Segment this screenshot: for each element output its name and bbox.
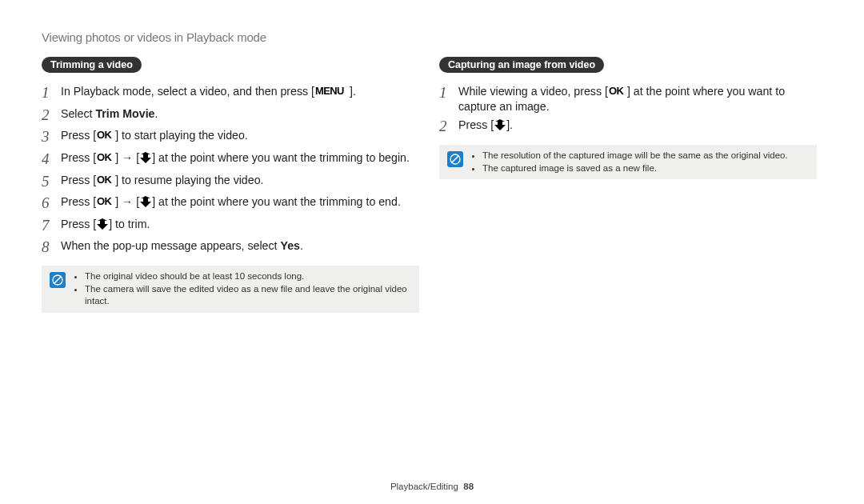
ok-icon	[609, 86, 626, 97]
step-number: 2	[42, 105, 61, 126]
step-number: 2	[439, 116, 458, 137]
step-number: 1	[42, 82, 61, 103]
note-item: The resolution of the captured image wil…	[482, 150, 788, 162]
step-item: 8When the pop-up message appears, select…	[42, 237, 426, 258]
step-item: 1In Playback mode, select a video, and t…	[42, 82, 426, 103]
step-item: 2Select Trim Movie.	[42, 105, 426, 126]
page-footer: Playback/Editing 88	[0, 482, 864, 491]
step-number: 7	[42, 215, 61, 236]
note-item: The captured image is saved as a new fil…	[482, 162, 788, 175]
down-icon	[97, 218, 108, 230]
info-icon	[447, 151, 463, 167]
menu-icon	[315, 86, 349, 97]
steps-trimming: 1In Playback mode, select a video, and t…	[42, 82, 426, 258]
step-text: Press [] to trim.	[61, 215, 150, 232]
page-header: Viewing photos or videos in Playback mod…	[42, 30, 824, 44]
ok-icon	[97, 152, 114, 163]
step-text: Press [] → [] at the point where you wan…	[61, 193, 401, 210]
note-list-trimming: The original video should be at least 10…	[74, 270, 411, 308]
note-item: The original video should be at least 10…	[85, 270, 408, 283]
ok-icon	[97, 130, 114, 141]
step-number: 4	[42, 149, 61, 170]
step-text: Press [] to resume playing the video.	[61, 171, 264, 188]
step-number: 1	[439, 82, 458, 103]
note-item: The camera will save the edited video as…	[85, 283, 408, 308]
right-column: Capturing an image from video 1While vie…	[439, 57, 824, 313]
step-number: 6	[42, 193, 61, 214]
step-item: 2Press [].	[439, 116, 824, 137]
step-item: 3Press [] to start playing the video.	[42, 126, 426, 147]
down-icon	[140, 152, 151, 163]
down-icon	[494, 119, 506, 130]
ok-icon	[97, 196, 114, 207]
ok-icon	[97, 174, 114, 186]
footer-section: Playback/Editing	[390, 482, 458, 491]
footer-page-number: 88	[463, 482, 474, 491]
step-item: 7Press [] to trim.	[42, 215, 426, 236]
note-list-capturing: The resolution of the captured image wil…	[471, 150, 791, 174]
step-text: Press [].	[458, 116, 513, 133]
note-box-capturing: The resolution of the captured image wil…	[439, 145, 817, 179]
note-box-trimming: The original video should be at least 10…	[42, 266, 419, 313]
left-column: Trimming a video 1In Playback mode, sele…	[42, 57, 426, 313]
step-item: 6Press [] → [] at the point where you wa…	[42, 193, 426, 214]
step-item: 5Press [] to resume playing the video.	[42, 171, 426, 192]
section-badge-trimming: Trimming a video	[42, 57, 142, 73]
step-number: 8	[42, 237, 61, 258]
step-text: Select Trim Movie.	[61, 105, 158, 122]
step-text: While viewing a video, press [] at the p…	[458, 82, 824, 114]
steps-capturing: 1While viewing a video, press [] at the …	[439, 82, 824, 137]
step-number: 5	[42, 171, 61, 192]
step-item: 1While viewing a video, press [] at the …	[439, 82, 824, 114]
step-text: Press [] to start playing the video.	[61, 126, 248, 143]
step-text: Press [] → [] at the point where you wan…	[61, 149, 410, 166]
info-icon	[50, 272, 66, 288]
step-text: In Playback mode, select a video, and th…	[61, 82, 356, 99]
down-icon	[140, 196, 151, 207]
section-badge-capturing: Capturing an image from video	[439, 57, 604, 73]
step-text: When the pop-up message appears, select …	[61, 237, 303, 254]
step-number: 3	[42, 126, 61, 147]
step-item: 4Press [] → [] at the point where you wa…	[42, 149, 426, 170]
